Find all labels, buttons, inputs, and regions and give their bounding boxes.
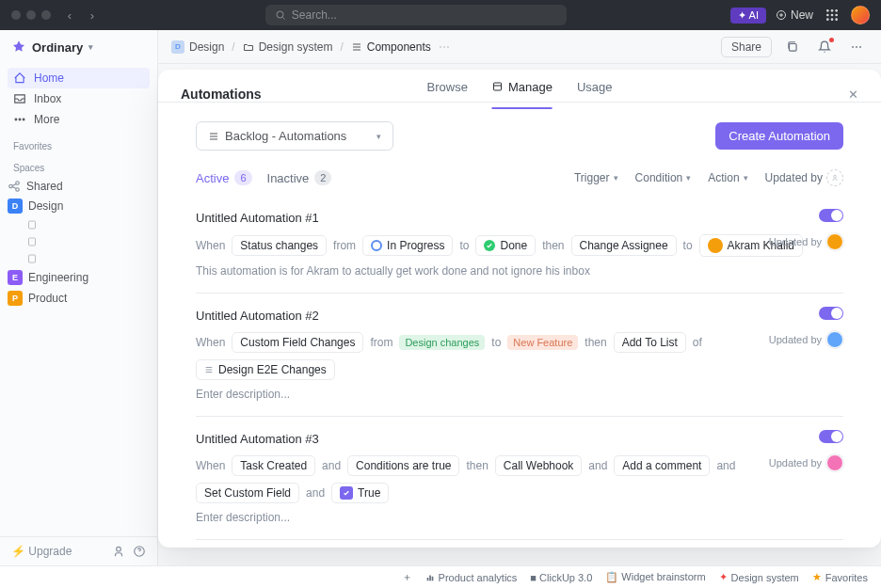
automation-title: Untitled Automation #3 xyxy=(196,432,843,446)
automation-title: Untitled Automation #2 xyxy=(196,309,843,323)
statusbar-item[interactable]: ✦ Design system xyxy=(719,571,799,583)
rule-chip: Custom Field Changes xyxy=(232,332,363,353)
invite-icon[interactable] xyxy=(112,545,125,558)
automation-toggle[interactable] xyxy=(819,209,843,222)
status-tab-active[interactable]: Active6 xyxy=(196,170,252,185)
space-item[interactable]: Shared xyxy=(0,177,157,196)
workspace-switcher[interactable]: Ordinary ▾ xyxy=(0,30,157,64)
updated-by-label: Updated by xyxy=(769,331,843,348)
modal-tab-manage[interactable]: Manage xyxy=(492,80,553,109)
svg-point-20 xyxy=(117,547,121,551)
rule-chip: Design E2E Changes xyxy=(196,359,335,380)
close-button[interactable]: ✕ xyxy=(848,87,858,102)
search-icon xyxy=(275,9,286,21)
svg-rect-19 xyxy=(29,255,36,262)
svg-point-5 xyxy=(826,14,829,17)
rule-chip: Change Assignee xyxy=(571,235,677,256)
svg-point-6 xyxy=(831,14,834,17)
list-selector[interactable]: Backlog - Automations ▾ xyxy=(196,121,393,151)
space-item[interactable]: DDesign xyxy=(0,196,157,216)
rule-chip: Add a comment xyxy=(614,455,710,476)
user-avatar[interactable] xyxy=(851,6,870,24)
filter-trigger[interactable]: Trigger▾ xyxy=(574,169,618,186)
svg-rect-25 xyxy=(426,578,428,580)
automation-toggle[interactable] xyxy=(819,307,843,320)
statusbar-item[interactable]: 📋 Widget brainstorm xyxy=(605,571,705,583)
svg-point-16 xyxy=(16,188,20,192)
svg-point-7 xyxy=(835,14,838,17)
svg-point-4 xyxy=(835,9,838,12)
automation-title: Untitled Automation #1 xyxy=(196,211,843,225)
tag-chip: New Feature xyxy=(507,335,578,350)
automation-rule: WhenStatus changesfromIn ProgresstoDonet… xyxy=(196,234,843,257)
add-item-icon[interactable]: ＋ xyxy=(402,570,412,584)
filter-action[interactable]: Action▾ xyxy=(708,169,747,186)
rule-chip: True xyxy=(331,483,389,503)
svg-point-15 xyxy=(16,182,20,185)
help-icon[interactable] xyxy=(133,545,146,558)
svg-rect-18 xyxy=(29,238,36,246)
spaces-section-label: Spaces xyxy=(0,155,157,177)
sidebar: Ordinary ▾ HomeInboxMore Favorites Space… xyxy=(0,30,158,565)
space-item[interactable]: EEngineering xyxy=(0,267,157,288)
modal-title: Automations xyxy=(181,87,262,102)
automation-rule: WhenCustom Field ChangesfromDesign chang… xyxy=(196,332,843,380)
ai-button[interactable]: ✦ AI xyxy=(730,8,766,24)
tree-item[interactable] xyxy=(0,233,157,250)
svg-point-10 xyxy=(835,18,838,21)
rule-chip: Task Created xyxy=(232,455,315,476)
tree-item[interactable] xyxy=(0,216,157,233)
updated-by-label: Updated by xyxy=(769,454,843,471)
automation-card[interactable]: Untitled Automation #1WhenStatus changes… xyxy=(196,196,843,294)
svg-rect-17 xyxy=(29,221,36,229)
automation-card[interactable]: Untitled Automation #4WhenStatus changes… xyxy=(196,540,843,548)
upgrade-link[interactable]: ⚡ Upgrade xyxy=(11,545,72,558)
space-item[interactable]: PProduct xyxy=(0,288,157,309)
rule-chip: Done xyxy=(475,235,536,256)
statusbar-item[interactable]: Product analytics xyxy=(425,572,518,583)
automation-rule: WhenTask CreatedandConditions are trueth… xyxy=(196,455,843,503)
automation-description: Enter description... xyxy=(196,511,843,524)
app-titlebar: ‹ › Search... ✦ AI New xyxy=(0,0,881,30)
sidebar-nav-inbox[interactable]: Inbox xyxy=(8,88,150,109)
new-button[interactable]: New xyxy=(776,8,813,22)
svg-point-12 xyxy=(19,119,21,120)
global-search-input[interactable]: Search... xyxy=(265,5,567,25)
window-controls[interactable] xyxy=(11,10,51,20)
automation-card[interactable]: Untitled Automation #3WhenTask Createdan… xyxy=(196,417,843,540)
statusbar-item[interactable]: ■ ClickUp 3.0 xyxy=(530,572,592,583)
rule-chip: Set Custom Field xyxy=(196,483,299,503)
apps-grid-icon[interactable] xyxy=(825,8,840,23)
modal-tab-usage[interactable]: Usage xyxy=(577,80,613,109)
sidebar-nav-home[interactable]: Home xyxy=(8,68,150,88)
list-icon xyxy=(208,131,219,142)
statusbar-item[interactable]: ★ Favorites xyxy=(812,571,868,583)
tree-item[interactable] xyxy=(0,250,157,267)
status-bar: ＋ Product analytics■ ClickUp 3.0📋 Widget… xyxy=(0,565,881,588)
nav-forward-button[interactable]: › xyxy=(83,6,102,24)
filter-condition[interactable]: Condition▾ xyxy=(635,169,692,186)
automation-card[interactable]: Untitled Automation #2WhenCustom Field C… xyxy=(196,294,843,417)
rule-chip: Add To List xyxy=(614,332,686,353)
svg-point-11 xyxy=(15,119,17,120)
status-tab-inactive[interactable]: Inactive2 xyxy=(267,170,332,185)
create-automation-button[interactable]: Create Automation xyxy=(715,122,843,150)
sidebar-nav-more[interactable]: More xyxy=(8,109,150,130)
updated-by-label: Updated by xyxy=(769,233,843,250)
svg-rect-26 xyxy=(429,575,431,580)
automation-toggle[interactable] xyxy=(819,430,843,443)
favorites-section-label: Favorites xyxy=(0,134,157,155)
modal-tab-browse[interactable]: Browse xyxy=(427,80,468,109)
tag-chip: Design changes xyxy=(399,335,485,350)
svg-point-0 xyxy=(277,11,283,18)
plus-circle-icon xyxy=(776,9,787,21)
rule-chip: In Progress xyxy=(362,235,453,256)
svg-point-14 xyxy=(9,184,13,188)
svg-point-8 xyxy=(826,18,829,21)
svg-point-3 xyxy=(831,9,834,12)
automation-description: Enter description... xyxy=(196,388,843,401)
filter-updated-by[interactable]: Updated by xyxy=(765,169,843,186)
svg-rect-23 xyxy=(494,83,502,90)
nav-back-button[interactable]: ‹ xyxy=(60,6,79,24)
workspace-logo-icon xyxy=(11,40,26,55)
